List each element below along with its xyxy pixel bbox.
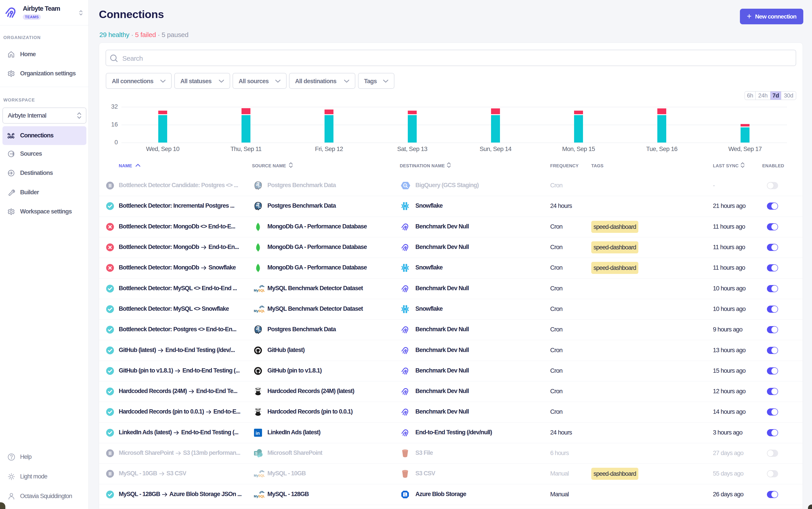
svg-text:in: in [256,431,260,436]
svg-text:My: My [254,474,258,477]
svg-text:SQL: SQL [258,474,265,477]
svg-text:S: S [255,452,258,455]
svg-text:My: My [254,309,258,313]
svg-text:01: 01 [404,495,407,497]
svg-text:SQL: SQL [258,289,265,292]
svg-text:SQL: SQL [258,309,265,313]
svg-text:SQL: SQL [258,494,265,498]
svg-text:My: My [254,494,258,498]
svg-text:My: My [254,289,258,292]
